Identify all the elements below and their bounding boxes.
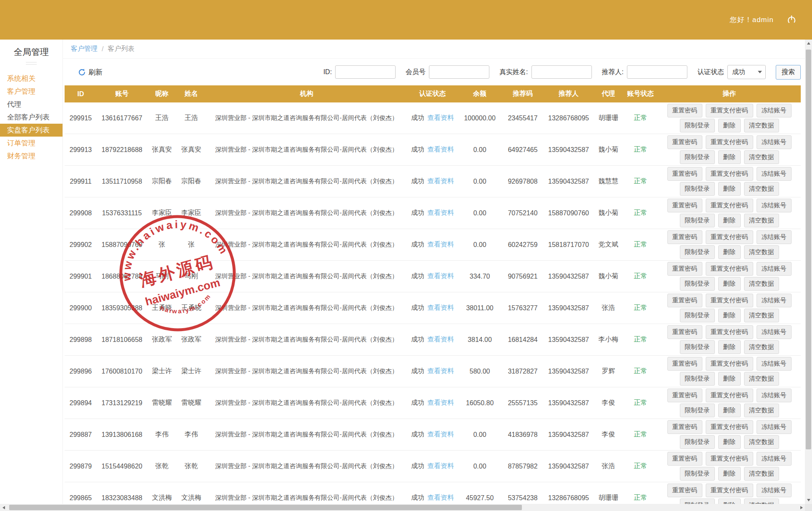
sidebar-item-订单管理[interactable]: 订单管理 — [0, 137, 63, 150]
action-button-清空数据[interactable]: 清空数据 — [744, 277, 779, 291]
action-button-清空数据[interactable]: 清空数据 — [744, 309, 779, 322]
view-profile-link[interactable]: 查看资料 — [427, 114, 454, 121]
auth-status-select[interactable]: 成功 — [727, 65, 766, 79]
action-button-重置密码[interactable]: 重置密码 — [667, 357, 702, 371]
action-button-限制登录[interactable]: 限制登录 — [680, 340, 715, 354]
horizontal-scrollbar-thumb[interactable] — [9, 505, 522, 510]
action-button-冻结账号[interactable]: 冻结账号 — [757, 420, 792, 434]
view-profile-link[interactable]: 查看资料 — [427, 304, 454, 311]
view-profile-link[interactable]: 查看资料 — [427, 399, 454, 406]
action-button-清空数据[interactable]: 清空数据 — [744, 214, 779, 227]
filter-input-1[interactable] — [429, 65, 489, 79]
view-profile-link[interactable]: 查看资料 — [427, 494, 454, 501]
sidebar-item-代理[interactable]: 代理 — [0, 98, 63, 111]
action-button-冻结账号[interactable]: 冻结账号 — [757, 452, 792, 466]
action-button-重置支付密码[interactable]: 重置支付密码 — [706, 484, 753, 497]
action-button-重置密码[interactable]: 重置密码 — [667, 262, 702, 276]
vertical-scrollbar-thumb[interactable] — [806, 50, 811, 449]
action-button-冻结账号[interactable]: 冻结账号 — [757, 104, 792, 117]
view-profile-link[interactable]: 查看资料 — [427, 431, 454, 438]
action-button-重置支付密码[interactable]: 重置支付密码 — [706, 167, 753, 181]
view-profile-link[interactable]: 查看资料 — [427, 462, 454, 469]
action-button-冻结账号[interactable]: 冻结账号 — [757, 199, 792, 212]
action-button-限制登录[interactable]: 限制登录 — [680, 372, 715, 386]
action-button-限制登录[interactable]: 限制登录 — [680, 309, 715, 322]
action-button-重置密码[interactable]: 重置密码 — [667, 167, 702, 181]
action-button-清空数据[interactable]: 清空数据 — [744, 435, 779, 449]
action-button-冻结账号[interactable]: 冻结账号 — [757, 262, 792, 276]
scroll-up-arrow[interactable] — [805, 40, 812, 47]
action-button-冻结账号[interactable]: 冻结账号 — [757, 294, 792, 307]
action-button-冻结账号[interactable]: 冻结账号 — [757, 135, 792, 149]
action-button-重置密码[interactable]: 重置密码 — [667, 199, 702, 212]
action-button-删除[interactable]: 删除 — [718, 340, 741, 354]
action-button-重置密码[interactable]: 重置密码 — [667, 484, 702, 497]
action-button-清空数据[interactable]: 清空数据 — [744, 119, 779, 132]
view-profile-link[interactable]: 查看资料 — [427, 209, 454, 216]
filter-input-0[interactable] — [335, 65, 396, 79]
action-button-删除[interactable]: 删除 — [718, 467, 741, 481]
action-button-重置支付密码[interactable]: 重置支付密码 — [706, 199, 753, 212]
action-button-清空数据[interactable]: 清空数据 — [744, 404, 779, 417]
action-button-重置密码[interactable]: 重置密码 — [667, 230, 702, 244]
action-button-限制登录[interactable]: 限制登录 — [680, 499, 715, 504]
action-button-清空数据[interactable]: 清空数据 — [744, 467, 779, 481]
view-profile-link[interactable]: 查看资料 — [427, 336, 454, 343]
action-button-冻结账号[interactable]: 冻结账号 — [757, 389, 792, 402]
action-button-限制登录[interactable]: 限制登录 — [680, 182, 715, 196]
action-button-限制登录[interactable]: 限制登录 — [680, 214, 715, 227]
action-button-删除[interactable]: 删除 — [718, 119, 741, 132]
view-profile-link[interactable]: 查看资料 — [427, 146, 454, 153]
filter-input-3[interactable] — [627, 65, 687, 79]
action-button-冻结账号[interactable]: 冻结账号 — [757, 167, 792, 181]
action-button-删除[interactable]: 删除 — [718, 309, 741, 322]
sidebar-item-财务管理[interactable]: 财务管理 — [0, 150, 63, 162]
view-profile-link[interactable]: 查看资料 — [427, 241, 454, 248]
action-button-冻结账号[interactable]: 冻结账号 — [757, 357, 792, 371]
action-button-删除[interactable]: 删除 — [718, 277, 741, 291]
action-button-重置支付密码[interactable]: 重置支付密码 — [706, 294, 753, 307]
action-button-重置密码[interactable]: 重置密码 — [667, 325, 702, 339]
sidebar-item-客户管理[interactable]: 客户管理 — [0, 85, 63, 98]
view-profile-link[interactable]: 查看资料 — [427, 272, 454, 279]
action-button-删除[interactable]: 删除 — [718, 150, 741, 164]
action-button-重置支付密码[interactable]: 重置支付密码 — [706, 325, 753, 339]
action-button-重置密码[interactable]: 重置密码 — [667, 420, 702, 434]
action-button-删除[interactable]: 删除 — [718, 214, 741, 227]
action-button-重置支付密码[interactable]: 重置支付密码 — [706, 452, 753, 466]
action-button-重置支付密码[interactable]: 重置支付密码 — [706, 262, 753, 276]
action-button-限制登录[interactable]: 限制登录 — [680, 119, 715, 132]
action-button-删除[interactable]: 删除 — [718, 435, 741, 449]
action-button-清空数据[interactable]: 清空数据 — [744, 372, 779, 386]
action-button-重置支付密码[interactable]: 重置支付密码 — [706, 104, 753, 117]
action-button-冻结账号[interactable]: 冻结账号 — [757, 484, 792, 497]
action-button-删除[interactable]: 删除 — [718, 182, 741, 196]
action-button-重置支付密码[interactable]: 重置支付密码 — [706, 357, 753, 371]
view-profile-link[interactable]: 查看资料 — [427, 177, 454, 184]
action-button-冻结账号[interactable]: 冻结账号 — [757, 325, 792, 339]
action-button-限制登录[interactable]: 限制登录 — [680, 277, 715, 291]
vertical-scrollbar[interactable] — [805, 40, 812, 504]
horizontal-scrollbar[interactable] — [0, 504, 805, 511]
scroll-down-arrow[interactable] — [805, 496, 812, 504]
action-button-限制登录[interactable]: 限制登录 — [680, 467, 715, 481]
action-button-删除[interactable]: 删除 — [718, 372, 741, 386]
action-button-重置密码[interactable]: 重置密码 — [667, 104, 702, 117]
action-button-重置密码[interactable]: 重置密码 — [667, 452, 702, 466]
action-button-重置密码[interactable]: 重置密码 — [667, 294, 702, 307]
action-button-限制登录[interactable]: 限制登录 — [680, 435, 715, 449]
action-button-限制登录[interactable]: 限制登录 — [680, 245, 715, 259]
action-button-清空数据[interactable]: 清空数据 — [744, 245, 779, 259]
logout-button[interactable] — [785, 14, 798, 26]
search-button[interactable]: 搜索 — [776, 65, 801, 80]
action-button-删除[interactable]: 删除 — [718, 499, 741, 504]
action-button-限制登录[interactable]: 限制登录 — [680, 150, 715, 164]
action-button-重置支付密码[interactable]: 重置支付密码 — [706, 389, 753, 402]
action-button-重置支付密码[interactable]: 重置支付密码 — [706, 420, 753, 434]
action-button-重置支付密码[interactable]: 重置支付密码 — [706, 135, 753, 149]
sidebar-item-全部客户列表[interactable]: 全部客户列表 — [0, 111, 63, 124]
action-button-删除[interactable]: 删除 — [718, 245, 741, 259]
action-button-删除[interactable]: 删除 — [718, 404, 741, 417]
sidebar-item-实盘客户列表[interactable]: 实盘客户列表 — [0, 124, 63, 137]
action-button-清空数据[interactable]: 清空数据 — [744, 150, 779, 164]
